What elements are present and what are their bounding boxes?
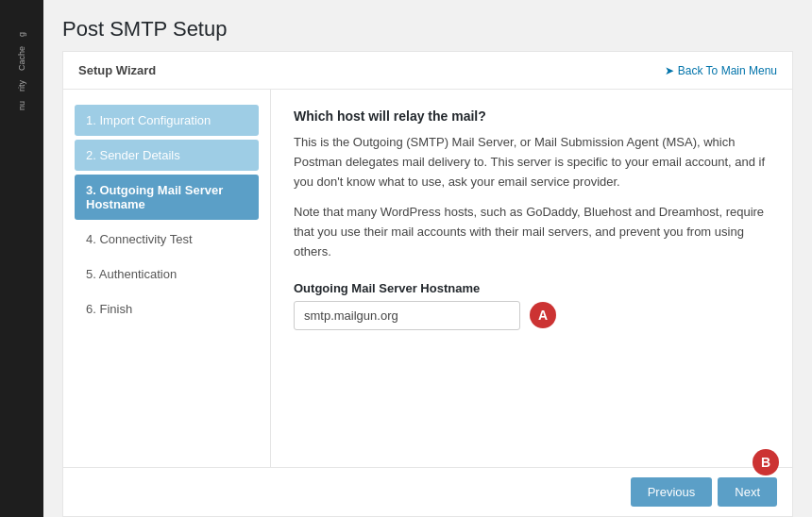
step-4-number: 4. [86,232,96,246]
content-note: Note that many WordPress hosts, such as … [294,203,770,261]
step-3-number: 3. [86,183,96,197]
step-2-label: Sender Details [99,148,179,162]
step-1-label: Import Configuration [99,113,211,127]
left-sidebar: g Cache rity nu [0,0,43,517]
step-6-label: Finish [99,302,132,316]
step-5-number: 5. [86,267,96,281]
step-5-label: Authentication [99,267,177,281]
step-6[interactable]: 6. Finish [75,293,259,325]
content-description: This is the Outgoing (SMTP) Mail Server,… [294,133,770,192]
step-5[interactable]: 5. Authentication [75,258,259,290]
main-area: Post SMTP Setup Setup Wizard ➤ Back To M… [43,0,812,517]
sidebar-item-cache[interactable]: Cache [15,42,28,75]
sidebar-nav: g Cache rity nu [15,28,28,114]
arrow-icon: ➤ [665,64,674,77]
step-3-label: Outgoing Mail Server Hostname [86,183,223,211]
field-row: A [294,301,770,330]
next-button[interactable]: Next [718,477,777,507]
step-3[interactable]: 3. Outgoing Mail Server Hostname [75,175,259,220]
steps-panel: 1. Import Configuration 2. Sender Detail… [63,90,271,467]
previous-button[interactable]: Previous [631,477,713,507]
setup-card: Setup Wizard ➤ Back To Main Menu 1. Impo… [62,51,793,517]
card-footer: B Previous Next [63,467,792,516]
card-header: Setup Wizard ➤ Back To Main Menu [63,52,792,90]
content-panel: Which host will relay the mail? This is … [271,90,792,467]
back-to-main-link[interactable]: ➤ Back To Main Menu [665,64,777,77]
sidebar-item-g[interactable]: g [15,28,28,41]
step-1-number: 1. [86,113,96,127]
page-title: Post SMTP Setup [62,17,793,42]
card-header-title: Setup Wizard [78,63,156,77]
field-label: Outgoing Mail Server Hostname [294,281,770,295]
badge-b: B [753,449,779,475]
step-1[interactable]: 1. Import Configuration [75,105,259,136]
step-4-label: Connectivity Test [99,232,192,246]
sidebar-item-rity[interactable]: rity [15,76,28,95]
step-4[interactable]: 4. Connectivity Test [75,224,259,255]
hostname-input[interactable] [294,301,520,330]
page-title-bar: Post SMTP Setup [43,0,812,51]
step-2-number: 2. [86,148,96,162]
content-heading: Which host will relay the mail? [294,108,770,124]
step-2[interactable]: 2. Sender Details [75,140,259,171]
sidebar-item-nu[interactable]: nu [15,97,28,114]
card-body: 1. Import Configuration 2. Sender Detail… [63,90,792,467]
step-6-number: 6. [86,302,96,316]
badge-a: A [530,302,556,328]
